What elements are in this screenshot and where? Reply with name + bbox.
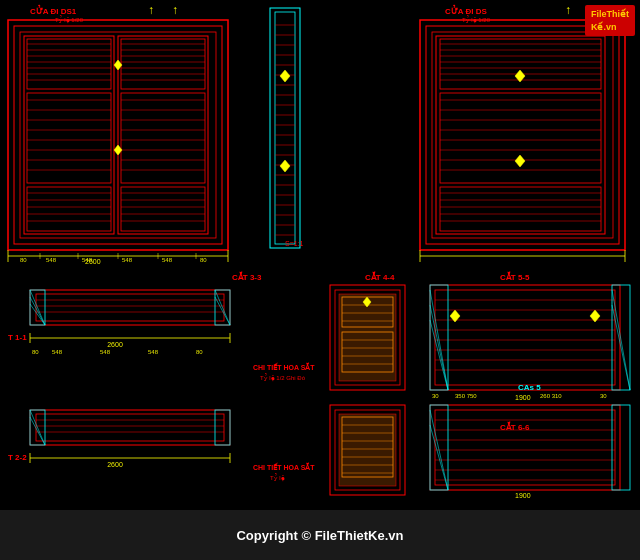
svg-rect-28 xyxy=(121,39,205,89)
svg-text:80: 80 xyxy=(20,257,27,263)
svg-text:CẮT 6-6: CẮT 6-6 xyxy=(500,421,530,432)
svg-text:CẮT 5-5: CẮT 5-5 xyxy=(500,271,530,282)
svg-text:548: 548 xyxy=(162,257,173,263)
svg-text:↑: ↑ xyxy=(172,3,178,17)
svg-text:CỬA ĐI DS1: CỬA ĐI DS1 xyxy=(30,4,77,16)
svg-text:80: 80 xyxy=(200,257,207,263)
svg-rect-104 xyxy=(440,187,601,231)
svg-text:Tỷ lệ 1/20: Tỷ lệ 1/20 xyxy=(55,15,84,24)
svg-text:548: 548 xyxy=(82,257,93,263)
svg-rect-158 xyxy=(215,410,230,445)
svg-line-156 xyxy=(30,410,45,445)
svg-rect-6 xyxy=(27,187,111,231)
logo-line1: FileThiết xyxy=(591,8,629,21)
svg-text:548: 548 xyxy=(100,349,111,355)
svg-text:T 2-2: T 2-2 xyxy=(8,453,27,462)
svg-rect-138 xyxy=(30,290,230,325)
svg-text:80: 80 xyxy=(196,349,203,355)
svg-rect-27 xyxy=(118,36,208,234)
svg-rect-5 xyxy=(27,93,111,183)
svg-text:Tỷ lệ 1/20: Tỷ lệ 1/20 xyxy=(462,15,491,24)
svg-rect-98 xyxy=(420,20,625,250)
svg-text:2600: 2600 xyxy=(107,461,123,468)
svg-rect-73 xyxy=(275,12,295,244)
svg-text:CỬA ĐI DS: CỬA ĐI DS xyxy=(445,4,487,16)
svg-line-148 xyxy=(215,290,230,325)
svg-rect-29 xyxy=(121,93,205,183)
svg-rect-151 xyxy=(36,414,224,441)
svg-text:1900: 1900 xyxy=(515,492,531,499)
svg-text:Tỷ lệ 1/2 Ghi Đó: Tỷ lệ 1/2 Ghi Đó xyxy=(260,373,306,382)
svg-line-212 xyxy=(430,305,448,390)
svg-rect-218 xyxy=(435,410,615,485)
svg-text:↑: ↑ xyxy=(148,3,154,17)
svg-rect-139 xyxy=(36,294,224,321)
logo-line2: Kế.vn xyxy=(591,21,629,34)
svg-rect-3 xyxy=(24,36,114,234)
svg-text:CẮT 3-3: CẮT 3-3 xyxy=(232,271,262,282)
svg-marker-96 xyxy=(280,70,290,82)
svg-text:CHI TIẾT HOA SẮT: CHI TIẾT HOA SẮT xyxy=(253,362,315,371)
logo-badge: FileThiết Kế.vn xyxy=(585,5,635,36)
svg-text:30: 30 xyxy=(600,393,607,399)
svg-rect-150 xyxy=(30,410,230,445)
cad-drawing: CỬA ĐI DS1 Tỷ lệ 1/20 2600 80 548 548 54… xyxy=(0,0,640,510)
canvas: CỬA ĐI DS1 Tỷ lệ 1/20 2600 80 548 548 54… xyxy=(0,0,640,560)
svg-line-213 xyxy=(430,320,448,390)
watermark-bar: Copyright © FileThietKe.vn xyxy=(0,510,640,560)
svg-text:548: 548 xyxy=(52,349,63,355)
svg-text:548: 548 xyxy=(122,257,133,263)
svg-text:260 310: 260 310 xyxy=(540,393,562,399)
svg-rect-200 xyxy=(430,285,620,390)
svg-text:2600: 2600 xyxy=(107,341,123,348)
svg-text:CHI TIẾT HOA SẮT: CHI TIẾT HOA SẮT xyxy=(253,462,315,471)
svg-rect-201 xyxy=(435,290,615,385)
svg-rect-178 xyxy=(339,294,396,381)
svg-text:S=1:1: S=1:1 xyxy=(285,240,304,247)
svg-text:548: 548 xyxy=(148,349,159,355)
svg-text:Tỷ lệ: Tỷ lệ xyxy=(270,473,285,482)
svg-text:CẮT 4-4: CẮT 4-4 xyxy=(365,271,395,282)
svg-rect-217 xyxy=(430,405,620,490)
svg-text:T 1-1: T 1-1 xyxy=(8,333,27,342)
svg-marker-126 xyxy=(515,155,525,167)
svg-text:350 750: 350 750 xyxy=(455,393,477,399)
svg-text:1900: 1900 xyxy=(515,394,531,401)
svg-text:80: 80 xyxy=(32,349,39,355)
svg-rect-4 xyxy=(27,39,111,89)
svg-text:↑: ↑ xyxy=(565,3,571,17)
svg-rect-101 xyxy=(436,36,605,234)
copyright-text: Copyright © FileThietKe.vn xyxy=(236,528,403,543)
svg-marker-97 xyxy=(280,160,290,172)
svg-text:CAs 5: CAs 5 xyxy=(518,383,541,392)
svg-text:548: 548 xyxy=(46,257,57,263)
svg-rect-30 xyxy=(121,187,205,231)
svg-rect-72 xyxy=(270,8,300,248)
svg-rect-99 xyxy=(426,26,619,244)
svg-text:30: 30 xyxy=(432,393,439,399)
svg-rect-103 xyxy=(440,93,601,183)
